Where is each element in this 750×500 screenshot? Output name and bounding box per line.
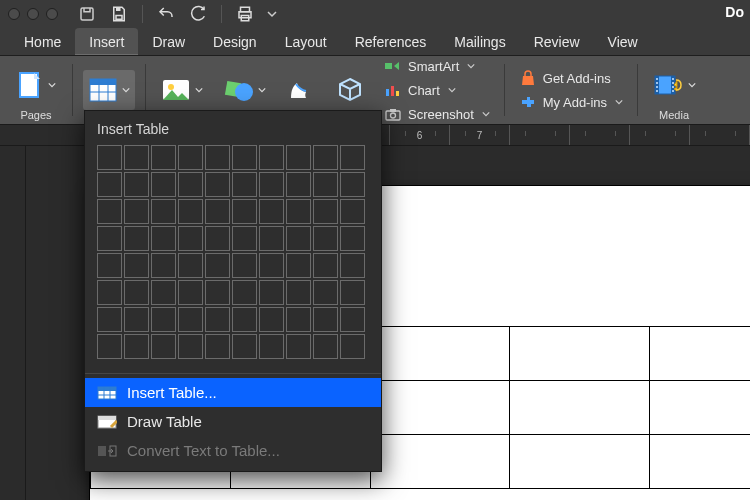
tab-layout[interactable]: Layout xyxy=(271,28,341,55)
grid-cell[interactable] xyxy=(205,199,230,224)
media-button[interactable] xyxy=(648,65,700,105)
grid-cell[interactable] xyxy=(232,280,257,305)
grid-cell[interactable] xyxy=(313,172,338,197)
tab-design[interactable]: Design xyxy=(199,28,271,55)
grid-cell[interactable] xyxy=(232,199,257,224)
grid-cell[interactable] xyxy=(97,253,122,278)
grid-cell[interactable] xyxy=(124,199,149,224)
screenshot-button[interactable]: Screenshot xyxy=(380,104,494,124)
grid-cell[interactable] xyxy=(286,145,311,170)
grid-cell[interactable] xyxy=(205,253,230,278)
grid-cell[interactable] xyxy=(232,334,257,359)
grid-cell[interactable] xyxy=(205,280,230,305)
tab-draw[interactable]: Draw xyxy=(138,28,199,55)
table-cell[interactable] xyxy=(370,381,510,435)
grid-cell[interactable] xyxy=(286,334,311,359)
grid-cell[interactable] xyxy=(259,226,284,251)
grid-cell[interactable] xyxy=(124,172,149,197)
grid-cell[interactable] xyxy=(313,280,338,305)
grid-cell[interactable] xyxy=(259,280,284,305)
grid-cell[interactable] xyxy=(97,172,122,197)
grid-cell[interactable] xyxy=(97,307,122,332)
table-cell[interactable] xyxy=(370,435,510,489)
grid-cell[interactable] xyxy=(340,172,365,197)
grid-cell[interactable] xyxy=(232,226,257,251)
models-button[interactable] xyxy=(330,70,370,110)
grid-cell[interactable] xyxy=(286,226,311,251)
chart-button[interactable]: Chart xyxy=(380,80,494,100)
table-cell[interactable] xyxy=(510,435,650,489)
grid-cell[interactable] xyxy=(151,307,176,332)
pages-button[interactable] xyxy=(10,65,62,105)
grid-cell[interactable] xyxy=(178,253,203,278)
grid-cell[interactable] xyxy=(178,172,203,197)
grid-cell[interactable] xyxy=(205,226,230,251)
close-dot[interactable] xyxy=(8,8,20,20)
grid-cell[interactable] xyxy=(205,145,230,170)
grid-cell[interactable] xyxy=(178,145,203,170)
pictures-button[interactable] xyxy=(156,70,208,110)
grid-cell[interactable] xyxy=(124,226,149,251)
print-icon[interactable] xyxy=(232,1,258,27)
grid-cell[interactable] xyxy=(259,172,284,197)
grid-cell[interactable] xyxy=(205,334,230,359)
grid-cell[interactable] xyxy=(286,307,311,332)
table-cell[interactable] xyxy=(510,327,650,381)
redo-icon[interactable] xyxy=(185,1,211,27)
autosave-icon[interactable] xyxy=(74,1,100,27)
grid-cell[interactable] xyxy=(97,199,122,224)
tab-insert[interactable]: Insert xyxy=(75,28,138,55)
grid-cell[interactable] xyxy=(178,307,203,332)
grid-cell[interactable] xyxy=(286,253,311,278)
grid-cell[interactable] xyxy=(232,253,257,278)
grid-cell[interactable] xyxy=(151,334,176,359)
table-cell[interactable] xyxy=(650,381,750,435)
grid-cell[interactable] xyxy=(205,172,230,197)
tab-home[interactable]: Home xyxy=(10,28,75,55)
table-cell[interactable] xyxy=(650,435,750,489)
grid-cell[interactable] xyxy=(313,226,338,251)
table-cell[interactable] xyxy=(510,381,650,435)
grid-cell[interactable] xyxy=(259,199,284,224)
popover-item-draw-table[interactable]: Draw Table xyxy=(85,407,381,436)
tab-review[interactable]: Review xyxy=(520,28,594,55)
grid-cell[interactable] xyxy=(124,145,149,170)
grid-cell[interactable] xyxy=(151,172,176,197)
grid-cell[interactable] xyxy=(178,226,203,251)
grid-cell[interactable] xyxy=(259,253,284,278)
grid-cell[interactable] xyxy=(205,307,230,332)
grid-cell[interactable] xyxy=(259,334,284,359)
grid-cell[interactable] xyxy=(151,280,176,305)
grid-cell[interactable] xyxy=(151,145,176,170)
grid-cell[interactable] xyxy=(124,307,149,332)
save-icon[interactable] xyxy=(106,1,132,27)
grid-cell[interactable] xyxy=(97,226,122,251)
grid-cell[interactable] xyxy=(340,253,365,278)
grid-cell[interactable] xyxy=(313,145,338,170)
grid-cell[interactable] xyxy=(151,199,176,224)
grid-cell[interactable] xyxy=(124,280,149,305)
grid-cell[interactable] xyxy=(259,307,284,332)
grid-cell[interactable] xyxy=(232,172,257,197)
grid-cell[interactable] xyxy=(313,199,338,224)
grid-cell[interactable] xyxy=(340,226,365,251)
grid-cell[interactable] xyxy=(313,334,338,359)
grid-cell[interactable] xyxy=(151,253,176,278)
tab-view[interactable]: View xyxy=(594,28,652,55)
minimize-dot[interactable] xyxy=(27,8,39,20)
grid-cell[interactable] xyxy=(178,334,203,359)
get-addins-button[interactable]: Get Add-ins xyxy=(515,68,627,88)
grid-cell[interactable] xyxy=(232,307,257,332)
popover-item-insert-table[interactable]: Insert Table... xyxy=(85,378,381,407)
grid-cell[interactable] xyxy=(286,172,311,197)
smartart-button[interactable]: SmartArt xyxy=(380,56,494,76)
undo-icon[interactable] xyxy=(153,1,179,27)
my-addins-button[interactable]: My Add-ins xyxy=(515,92,627,112)
grid-cell[interactable] xyxy=(97,280,122,305)
grid-cell[interactable] xyxy=(340,334,365,359)
grid-cell[interactable] xyxy=(178,199,203,224)
grid-cell[interactable] xyxy=(340,280,365,305)
tab-references[interactable]: References xyxy=(341,28,441,55)
grid-cell[interactable] xyxy=(151,226,176,251)
qat-overflow-icon[interactable] xyxy=(264,1,280,27)
